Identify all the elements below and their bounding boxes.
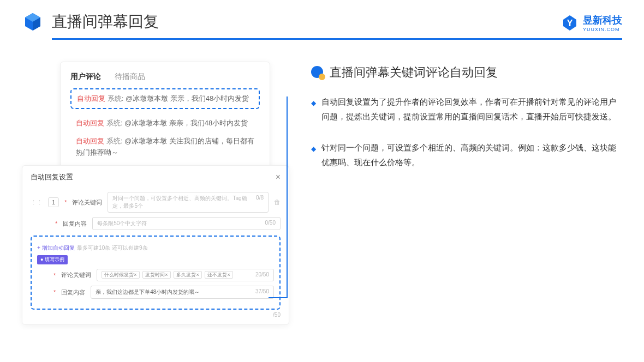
reply-item: 自动回复 系统: @冰墩墩本墩 关注我们的店铺，每日都有热门推荐呦～ bbox=[70, 132, 260, 162]
add-reply-link[interactable]: + 增加自动回复 bbox=[37, 245, 75, 251]
tag[interactable]: 发货时间× bbox=[142, 271, 170, 279]
example-badge: ● 填写示例 bbox=[37, 255, 68, 264]
content-label: 回复内容 bbox=[63, 220, 87, 228]
highlighted-reply: 自动回复 系统: @冰墩墩本墩 亲亲，我们48小时内发货 bbox=[70, 88, 260, 109]
diamond-icon: ◆ bbox=[311, 98, 316, 124]
order-number: 1 bbox=[48, 197, 59, 207]
tag[interactable]: 什么时候发货× bbox=[102, 271, 139, 279]
bullet-item: ◆ 自动回复设置为了提升作者的评论回复效率，作者可在开播前针对常见的评论用户问题… bbox=[311, 94, 622, 124]
keyword-label: 评论关键词 bbox=[72, 198, 102, 207]
reply-text: @冰墩墩本墩 亲亲，我们48小时内发货 bbox=[126, 94, 249, 102]
diamond-icon: ◆ bbox=[311, 143, 316, 170]
page-title: 直播间弹幕回复 bbox=[52, 11, 159, 32]
tab-products[interactable]: 待播商品 bbox=[115, 72, 145, 82]
example-content-input[interactable]: 亲，我们这边都是下单48小时内发货的哦～ 37/50 bbox=[91, 286, 274, 299]
modal-title: 自动回复设置 bbox=[31, 172, 73, 182]
system-label: 系统: bbox=[108, 94, 124, 102]
cube-icon bbox=[22, 11, 44, 33]
brand-logo: Y 昱新科技 YUUXIN.COM bbox=[561, 14, 622, 32]
bottom-counter: /50 bbox=[31, 312, 281, 318]
limit-hint: 最多可建10条 还可以创建9条 bbox=[77, 245, 147, 251]
bullet-item: ◆ 针对同一个问题，可设置多个相近的、高频的关键词。例如：这款多少钱、这块能优惠… bbox=[311, 140, 622, 170]
example-keyword-input[interactable]: 什么时候发货× 发货时间× 多久发货× 还不发货× 20/50 bbox=[97, 269, 274, 281]
required-star: * bbox=[64, 199, 67, 206]
reply-item: 自动回复 系统: @冰墩墩本墩 亲亲，我们48小时内发货 bbox=[70, 114, 260, 132]
connector-line bbox=[269, 96, 288, 298]
auto-reply-tag: 自动回复 bbox=[77, 94, 105, 102]
keyword-input[interactable]: 对同一个问题，可设置多个相近、高频的关键词。Tag确定，最多5个 0/8 bbox=[108, 192, 269, 213]
content-input[interactable]: 每条限50个中文字符 0/50 bbox=[92, 217, 281, 230]
comments-panel: 用户评论 待播商品 自动回复 系统: @冰墩墩本墩 亲亲，我们48小时内发货 自… bbox=[60, 62, 270, 175]
logo-name: 昱新科技 bbox=[583, 14, 622, 27]
svg-text:Y: Y bbox=[567, 19, 573, 28]
drag-icon[interactable]: ⋮⋮ bbox=[31, 199, 43, 206]
bullet-icon bbox=[311, 66, 324, 79]
tag[interactable]: 多久发货× bbox=[174, 271, 201, 279]
tag[interactable]: 还不发货× bbox=[205, 271, 232, 279]
example-section: + 增加自动回复 最多可建10条 还可以创建9条 ● 填写示例 * 评论关键词 … bbox=[31, 236, 281, 310]
settings-modal: 自动回复设置 × ⋮⋮ 1 * 评论关键词 对同一个问题，可设置多个相近、高频的… bbox=[22, 165, 289, 325]
logo-sub: YUUXIN.COM bbox=[583, 27, 622, 32]
section-title: 直播间弹幕关键词评论自动回复 bbox=[330, 64, 498, 81]
tab-comments[interactable]: 用户评论 bbox=[70, 72, 101, 82]
